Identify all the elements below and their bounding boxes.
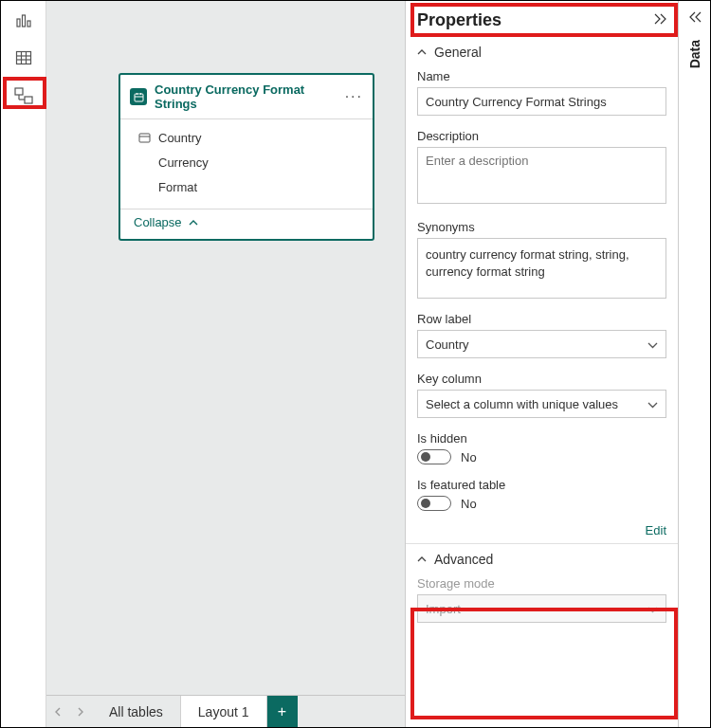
table-grid-icon bbox=[15, 49, 32, 66]
is-featured-toggle[interactable] bbox=[417, 496, 451, 511]
is-featured-value: No bbox=[461, 497, 477, 511]
select-placeholder: Select a column with unique values bbox=[426, 397, 618, 411]
select-value: Country bbox=[426, 337, 469, 352]
select-value: Import bbox=[426, 602, 461, 616]
storage-mode-select: Import bbox=[417, 594, 666, 623]
edit-link[interactable]: Edit bbox=[646, 523, 666, 537]
field-row-label: Row label Country bbox=[417, 312, 666, 358]
field-label: Format bbox=[158, 180, 197, 194]
table-card[interactable]: Country Currency Format Strings ··· Coun… bbox=[118, 73, 374, 241]
key-column-label: Key column bbox=[417, 372, 666, 386]
svg-rect-9 bbox=[25, 97, 32, 103]
chevron-left-icon bbox=[54, 707, 62, 717]
field-key-column: Key column Select a column with unique v… bbox=[417, 372, 666, 418]
tab-all-tables[interactable]: All tables bbox=[92, 696, 181, 727]
table-card-more-button[interactable]: ··· bbox=[345, 88, 363, 105]
key-column-select[interactable]: Select a column with unique values bbox=[417, 390, 666, 418]
divider bbox=[406, 543, 678, 544]
report-view-button[interactable] bbox=[9, 9, 39, 31]
field-row[interactable]: Country bbox=[120, 125, 373, 150]
field-row[interactable]: Currency bbox=[120, 150, 373, 174]
double-chevron-left-icon bbox=[687, 10, 702, 24]
properties-pane: Properties General Name Description Syno… bbox=[405, 1, 678, 727]
toggle-thumb-icon bbox=[421, 499, 430, 508]
model-icon bbox=[14, 87, 33, 104]
section-advanced-header[interactable]: Advanced bbox=[406, 546, 678, 573]
svg-rect-16 bbox=[139, 134, 150, 142]
properties-title: Properties bbox=[417, 10, 653, 30]
bar-chart-icon bbox=[15, 11, 32, 28]
svg-rect-12 bbox=[135, 94, 143, 101]
svg-rect-3 bbox=[16, 52, 30, 64]
svg-rect-8 bbox=[15, 88, 23, 95]
synonyms-input[interactable]: country currency format string, string, … bbox=[417, 238, 666, 299]
section-label: Advanced bbox=[434, 552, 493, 567]
field-label: Country bbox=[158, 131, 202, 145]
section-advanced-body: Storage mode Import bbox=[406, 573, 678, 634]
model-view-button[interactable] bbox=[9, 84, 39, 107]
tab-label: Layout 1 bbox=[198, 704, 249, 719]
app-root: Country Currency Format Strings ··· Coun… bbox=[0, 0, 711, 728]
table-card-header[interactable]: Country Currency Format Strings ··· bbox=[120, 75, 373, 118]
storage-mode-label: Storage mode bbox=[417, 576, 666, 591]
field-is-hidden: Is hidden No bbox=[417, 431, 666, 464]
data-view-button[interactable] bbox=[9, 46, 39, 69]
tab-layout-1[interactable]: Layout 1 bbox=[181, 696, 267, 727]
tab-nav-prev[interactable] bbox=[46, 696, 69, 727]
chevron-up-icon bbox=[417, 554, 427, 565]
is-hidden-value: No bbox=[461, 450, 477, 464]
table-card-title: Country Currency Format Strings bbox=[155, 82, 337, 111]
description-label: Description bbox=[417, 129, 666, 143]
table-card-footer: Collapse bbox=[120, 209, 373, 239]
layout-tabs-bar: All tables Layout 1 + bbox=[46, 695, 405, 727]
collapse-pane-button[interactable] bbox=[653, 12, 668, 28]
plus-icon: + bbox=[278, 703, 286, 720]
row-label-label: Row label bbox=[417, 312, 666, 326]
double-chevron-right-icon bbox=[653, 12, 668, 26]
model-canvas: Country Currency Format Strings ··· Coun… bbox=[46, 1, 405, 727]
name-input[interactable] bbox=[417, 87, 666, 116]
data-pane-rail: Data bbox=[678, 1, 710, 727]
table-card-fields: Country Currency Format bbox=[120, 119, 373, 209]
field-label: Currency bbox=[158, 155, 209, 170]
edit-row: Edit bbox=[406, 522, 678, 541]
chevron-up-icon bbox=[189, 215, 198, 229]
add-layout-button[interactable]: + bbox=[267, 696, 298, 727]
chevron-up-icon bbox=[417, 46, 427, 58]
expand-data-pane-button[interactable] bbox=[687, 10, 702, 27]
chevron-down-icon bbox=[647, 337, 658, 352]
field-name: Name bbox=[417, 69, 666, 116]
chevron-down-icon bbox=[647, 602, 658, 616]
data-pane-title: Data bbox=[687, 40, 702, 68]
field-synonyms: Synonyms country currency format string,… bbox=[417, 220, 666, 299]
is-featured-label: Is featured table bbox=[417, 478, 666, 492]
synonyms-label: Synonyms bbox=[417, 220, 666, 234]
globe-field-icon bbox=[137, 133, 151, 143]
chevron-right-icon bbox=[77, 707, 84, 717]
field-row[interactable]: Format bbox=[120, 174, 373, 199]
toggle-thumb-icon bbox=[421, 452, 430, 462]
is-hidden-toggle[interactable] bbox=[417, 449, 451, 464]
name-label: Name bbox=[417, 69, 666, 83]
left-nav-rail bbox=[1, 1, 46, 727]
is-hidden-label: Is hidden bbox=[417, 431, 666, 446]
section-general-body: Name Description Synonyms country curren… bbox=[406, 65, 678, 522]
tab-nav-next[interactable] bbox=[69, 696, 92, 727]
properties-header: Properties bbox=[406, 1, 678, 39]
field-storage-mode: Storage mode Import bbox=[417, 576, 666, 623]
svg-rect-0 bbox=[17, 19, 20, 27]
field-description: Description bbox=[417, 129, 666, 207]
chevron-down-icon bbox=[647, 397, 658, 411]
field-is-featured: Is featured table No bbox=[417, 478, 666, 511]
description-input[interactable] bbox=[417, 147, 666, 204]
canvas-body[interactable]: Country Currency Format Strings ··· Coun… bbox=[46, 1, 405, 695]
collapse-button[interactable]: Collapse bbox=[134, 215, 198, 229]
collapse-label: Collapse bbox=[134, 215, 182, 229]
calendar-table-icon bbox=[130, 88, 147, 105]
svg-rect-1 bbox=[22, 15, 25, 27]
section-label: General bbox=[434, 45, 482, 60]
row-label-select[interactable]: Country bbox=[417, 330, 666, 358]
section-general-header[interactable]: General bbox=[406, 39, 678, 65]
svg-rect-2 bbox=[27, 21, 30, 27]
tab-label: All tables bbox=[109, 704, 163, 719]
